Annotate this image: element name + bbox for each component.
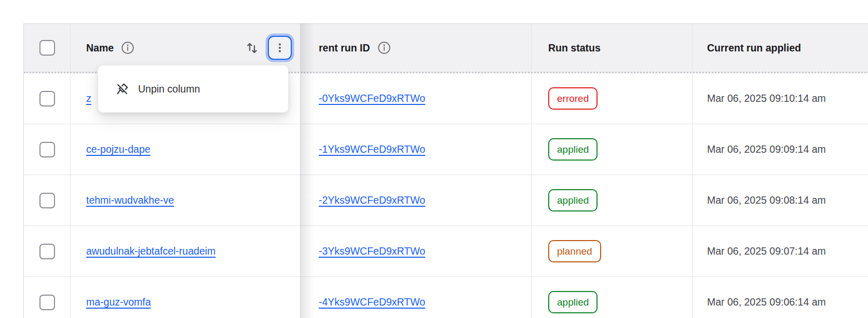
menu-item-label: Unpin column [138,83,200,95]
kebab-menu-icon [274,42,286,54]
applied-timestamp: Mar 06, 2025 09:08:14 am [707,194,826,206]
run-id-link[interactable]: -1Yks9WCFeD9xRTWo [319,143,425,155]
workspace-name-link[interactable]: awudulnak-jebtafcel-ruadeim [86,245,215,257]
table-row: ma-guz-vomfa -4Yks9WCFeD9xRTWo applied M… [24,277,868,318]
run-status-badge: applied [548,138,598,161]
name-column-label: Name [86,42,114,54]
info-icon[interactable] [377,41,391,55]
run-status-badge: planned [548,240,601,262]
current-run-applied-header-cell: Current run applied [693,24,868,72]
applied-timestamp: Mar 06, 2025 09:07:14 am [707,245,826,257]
workspace-name-link[interactable]: z [86,92,91,104]
table-row: tehmi-wudvakhe-ve -2Yks9WCFeD9xRTWo appl… [24,175,868,226]
pin-off-icon [115,82,129,96]
row-checkbox[interactable] [39,193,55,208]
column-options-menu: Unpin column [98,65,289,113]
run-id-link[interactable]: -4Yks9WCFeD9xRTWo [319,296,425,308]
select-all-cell [24,24,71,72]
applied-timestamp: Mar 06, 2025 09:09:14 am [707,143,826,155]
select-all-checkbox[interactable] [39,40,55,56]
row-checkbox[interactable] [39,295,55,310]
row-checkbox[interactable] [39,244,55,259]
info-icon[interactable] [121,41,134,55]
workspace-name-link[interactable]: ce-pojzu-dape [86,143,151,155]
sort-arrows-icon[interactable] [245,41,259,55]
run-status-badge: errored [548,87,598,110]
table-row: ce-pojzu-dape -1Yks9WCFeD9xRTWo applied … [24,124,868,175]
applied-timestamp: Mar 06, 2025 09:10:14 am [707,92,826,104]
run-id-link[interactable]: -3Yks9WCFeD9xRTWo [319,245,425,257]
menu-item-unpin-column[interactable]: Unpin column [98,65,288,112]
table-row: awudulnak-jebtafcel-ruadeim -3Yks9WCFeD9… [24,226,868,277]
run-status-badge: applied [548,291,598,313]
current-run-applied-column-label: Current run applied [707,42,801,54]
row-checkbox[interactable] [39,91,55,107]
applied-timestamp: Mar 06, 2025 09:06:14 am [707,296,826,308]
column-options-button[interactable] [268,36,292,60]
workspaces-table-viewport: Name [0,0,868,318]
run-status-column-label: Run status [548,42,601,54]
current-run-id-column-label: rent run ID [319,42,370,54]
current-run-id-header-cell: rent run ID [301,24,532,72]
run-id-link[interactable]: -2Yks9WCFeD9xRTWo [319,194,425,206]
run-status-header-cell: Run status [532,24,693,72]
row-checkbox[interactable] [39,142,55,157]
run-id-link[interactable]: -0Yks9WCFeD9xRTWo [319,92,425,104]
run-status-badge: applied [548,189,598,211]
workspace-name-link[interactable]: tehmi-wudvakhe-ve [86,194,174,206]
workspace-name-link[interactable]: ma-guz-vomfa [86,296,151,308]
